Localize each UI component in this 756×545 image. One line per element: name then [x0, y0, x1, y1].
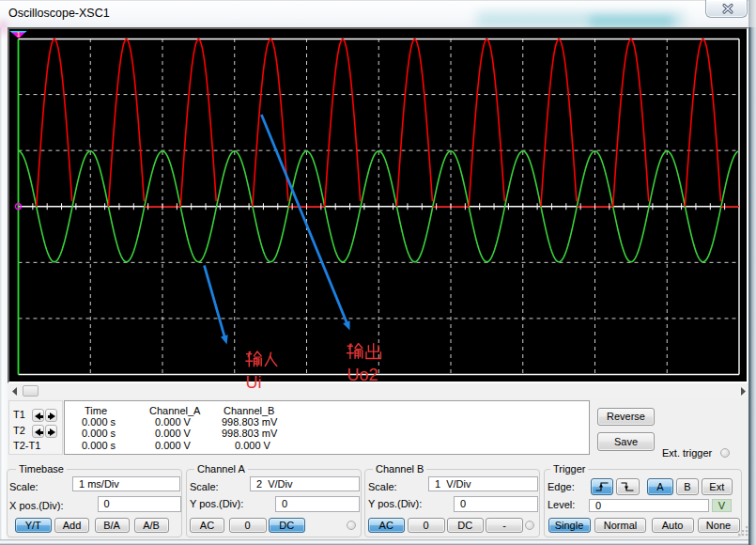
svg-text:1: 1	[17, 31, 21, 38]
